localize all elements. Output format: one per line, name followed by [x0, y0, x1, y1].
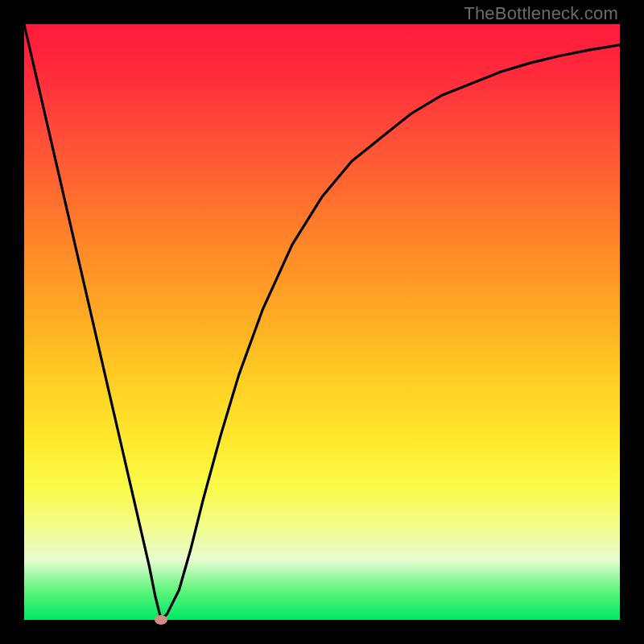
chart-frame: TheBottleneck.com: [0, 0, 644, 644]
curve-svg: [24, 24, 620, 620]
plot-area: [24, 24, 620, 620]
bottleneck-curve-path: [24, 24, 620, 620]
watermark-text: TheBottleneck.com: [464, 3, 618, 24]
optimum-marker: [155, 615, 167, 625]
